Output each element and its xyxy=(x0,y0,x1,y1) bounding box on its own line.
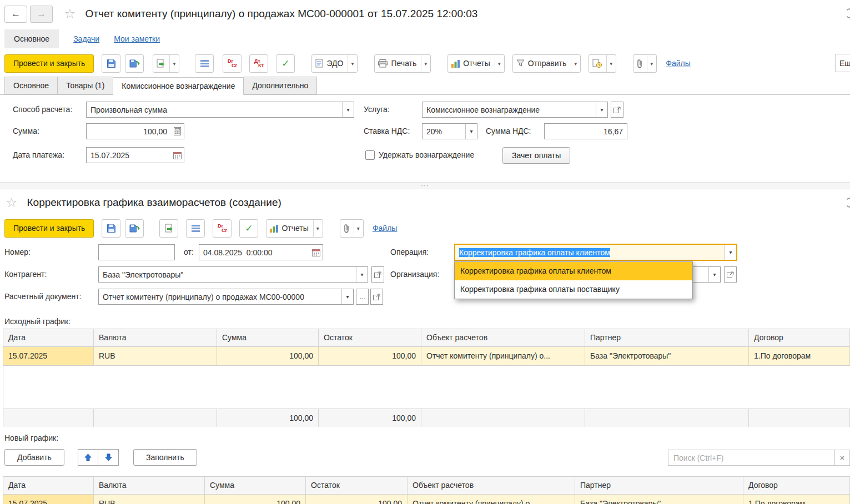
dropdown-arrow-icon[interactable]: ▾ xyxy=(596,102,607,117)
table-cell-date[interactable]: 15.07.2025 xyxy=(3,347,94,366)
favorite-star-icon[interactable]: ☆ xyxy=(64,7,76,21)
table-empty-area[interactable] xyxy=(3,366,850,409)
service-open-button[interactable] xyxy=(611,102,623,118)
post-and-close-button[interactable]: Провести и закрыть xyxy=(4,54,94,73)
sum-field[interactable]: 100,00 xyxy=(86,123,184,139)
files-link[interactable]: Файлы xyxy=(666,59,690,68)
dropdown-option-client[interactable]: Корректировка графика оплаты клиентом xyxy=(455,262,692,280)
table-cell-date[interactable]: 15.07.2025 xyxy=(3,495,94,504)
contractor-open-button[interactable] xyxy=(371,266,384,283)
window-splitter[interactable]: ··· xyxy=(0,182,850,189)
calendar-icon[interactable] xyxy=(310,245,323,260)
settlement-doc-ellipsis-button[interactable]: ... xyxy=(356,289,369,305)
link-refresh-icon[interactable] xyxy=(845,198,850,208)
calc-method-field[interactable]: Произвольная сумма ▾ xyxy=(86,102,354,118)
dr-cr-button[interactable]: DrCr xyxy=(213,219,232,238)
vat-rate-field[interactable]: 20% ▾ xyxy=(422,123,477,139)
dropdown-arrow-icon[interactable]: ▾ xyxy=(708,267,720,282)
table-cell-currency[interactable]: RUB xyxy=(94,347,217,366)
column-header-sum[interactable]: Сумма xyxy=(217,329,319,347)
table-cell-rest[interactable]: 100,00 xyxy=(319,347,421,366)
dropdown-arrow-icon[interactable]: ▾ xyxy=(348,55,354,72)
column-header-object[interactable]: Объект расчетов xyxy=(421,329,585,347)
dropdown-arrow-icon[interactable]: ▾ xyxy=(342,102,354,117)
form-tab-additional[interactable]: Дополнительно xyxy=(244,77,317,94)
dt-kt-button[interactable]: ДтКт xyxy=(249,54,268,73)
column-header-partner[interactable]: Партнер xyxy=(585,329,749,347)
column-header-date[interactable]: Дата xyxy=(3,477,94,495)
reports-button[interactable]: Отчеты ▾ xyxy=(447,54,504,73)
column-header-sum[interactable]: Сумма xyxy=(205,477,306,495)
pay-date-field[interactable]: 15.07.2025 xyxy=(86,147,184,163)
attachments-button[interactable]: ▾ xyxy=(633,54,657,73)
table-cell-partner[interactable]: База "Электротовары" xyxy=(575,495,743,504)
table-cell-currency[interactable]: RUB xyxy=(94,495,205,504)
settlement-doc-field[interactable]: Отчет комитенту (принципалу) о продажах … xyxy=(98,289,354,305)
reports-button[interactable]: Отчеты ▾ xyxy=(266,219,323,238)
service-field[interactable]: Комиссионное вознаграждение ▾ xyxy=(422,102,608,118)
show-list-button[interactable] xyxy=(195,54,214,73)
table-cell-sum[interactable]: 100,00 xyxy=(217,347,319,366)
more-button[interactable]: Ещ xyxy=(835,54,850,72)
nav-tab-tasks[interactable]: Задачи xyxy=(73,34,99,43)
vat-sum-field[interactable]: 16,67 xyxy=(544,123,627,139)
offset-payment-button[interactable]: Зачет оплаты xyxy=(502,147,570,164)
print-button[interactable]: Печать ▾ xyxy=(374,54,431,73)
move-up-button[interactable] xyxy=(78,449,98,466)
add-row-button[interactable]: Добавить xyxy=(4,449,64,466)
table-cell-object[interactable]: Отчет комитенту (принципалу) о ... xyxy=(408,495,575,504)
save-button[interactable] xyxy=(102,219,120,238)
move-down-button[interactable] xyxy=(98,449,119,466)
form-tab-goods[interactable]: Товары (1) xyxy=(58,77,113,94)
dropdown-arrow-icon[interactable]: ▾ xyxy=(647,55,653,72)
table-cell-partner[interactable]: База "Электротовары" xyxy=(585,347,749,366)
dropdown-arrow-icon[interactable]: ▾ xyxy=(606,55,612,72)
dr-cr-button[interactable]: DrCr xyxy=(223,54,242,73)
calendar-icon[interactable] xyxy=(171,148,184,163)
show-list-button[interactable] xyxy=(186,219,205,238)
table-cell-contract[interactable]: 1.По договорам xyxy=(749,347,850,366)
settlement-doc-open-button[interactable] xyxy=(370,289,383,305)
column-header-currency[interactable]: Валюта xyxy=(94,477,205,495)
dropdown-arrow-icon[interactable]: ▾ xyxy=(341,289,353,304)
fill-button[interactable]: Заполнить xyxy=(133,449,197,466)
dropdown-arrow-icon[interactable]: ▾ xyxy=(354,220,360,237)
reminder-button[interactable]: ▾ xyxy=(589,54,616,73)
form-tab-commission[interactable]: Комиссионное вознаграждение xyxy=(113,77,244,95)
dropdown-arrow-icon[interactable]: ▾ xyxy=(421,55,427,72)
send-button[interactable]: Отправить ▾ xyxy=(512,54,581,73)
post-and-close-button[interactable]: Провести и закрыть xyxy=(4,219,94,238)
save-button[interactable] xyxy=(102,54,120,73)
column-header-rest[interactable]: Остаток xyxy=(306,477,408,495)
dropdown-arrow-icon[interactable]: ▾ xyxy=(356,267,368,282)
save-and-reload-button[interactable] xyxy=(125,54,144,73)
table-cell-contract[interactable]: 1.По договорам xyxy=(743,495,850,504)
table-cell-sum[interactable]: 100,00 xyxy=(205,495,306,504)
operation-field[interactable]: Корректировка графика оплаты клиентом ▾ xyxy=(454,244,737,261)
search-clear-button[interactable]: × xyxy=(834,450,849,465)
save-and-reload-button[interactable] xyxy=(125,219,144,238)
post-button[interactable] xyxy=(159,219,178,238)
post-button[interactable]: ▾ xyxy=(153,54,179,73)
dropdown-arrow-icon[interactable]: ▾ xyxy=(571,55,577,72)
table-cell-rest[interactable]: 100,00 xyxy=(306,495,408,504)
search-input[interactable] xyxy=(668,453,834,462)
contractor-field[interactable]: База "Электротовары" ▾ xyxy=(98,266,368,283)
withhold-checkbox[interactable] xyxy=(365,150,375,160)
link-refresh-icon[interactable] xyxy=(845,8,850,18)
check-button[interactable]: ✓ xyxy=(239,219,258,238)
organization-open-button[interactable] xyxy=(724,266,737,283)
column-header-rest[interactable]: Остаток xyxy=(319,329,421,347)
files-link[interactable]: Файлы xyxy=(373,224,397,233)
column-header-date[interactable]: Дата xyxy=(3,329,94,347)
dropdown-option-supplier[interactable]: Корректировка графика оплаты поставщику xyxy=(455,280,692,299)
nav-tab-main[interactable]: Основное xyxy=(4,29,59,48)
dropdown-arrow-icon[interactable]: ▾ xyxy=(313,220,319,237)
column-header-contract[interactable]: Договор xyxy=(749,329,850,347)
dropdown-arrow-icon[interactable]: ▾ xyxy=(725,245,736,260)
attachments-button[interactable]: ▾ xyxy=(340,219,364,238)
dropdown-arrow-icon[interactable]: ▾ xyxy=(169,55,175,72)
table-cell-object[interactable]: Отчет комитенту (принципалу) о... xyxy=(421,347,585,366)
forward-button[interactable]: → xyxy=(30,6,53,23)
column-header-partner[interactable]: Партнер xyxy=(575,477,743,495)
